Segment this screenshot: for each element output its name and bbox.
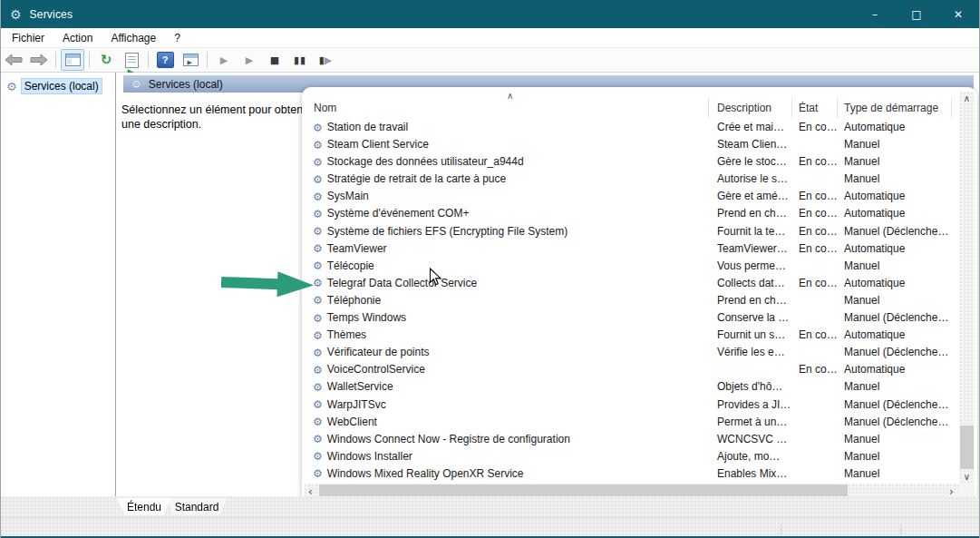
menu-help[interactable]: ? (165, 30, 189, 46)
menu-action[interactable]: Action (53, 30, 102, 46)
service-gear-icon: ⚙ (313, 209, 323, 220)
column-separator[interactable] (708, 98, 709, 118)
column-separator[interactable] (791, 98, 792, 118)
service-name: Steam Client Service (327, 136, 429, 153)
help-icon[interactable]: ? (153, 49, 177, 71)
service-state: En co… (799, 119, 840, 136)
service-state: En co… (799, 275, 840, 292)
minimize-button[interactable]: – (854, 0, 896, 28)
service-gear-icon: ⚙ (313, 140, 323, 151)
service-state: En co… (799, 188, 840, 205)
service-startup-type: Manuel (844, 136, 957, 153)
back-icon[interactable] (2, 49, 25, 71)
menu-affichage[interactable]: Affichage (102, 30, 165, 46)
tab-standard[interactable]: Standard (166, 498, 228, 515)
column-separator[interactable] (951, 98, 952, 118)
service-description: Vous perme… (717, 258, 794, 275)
service-state (799, 258, 840, 275)
service-row[interactable]: ⚙Système d'événement COM+Prend en ch…En … (302, 205, 958, 222)
service-gear-icon: ⚙ (313, 434, 323, 445)
service-row[interactable]: ⚙ThèmesFournit un s…En co…Automatique (302, 327, 958, 344)
service-row[interactable]: ⚙VoiceControlServiceEn co…Automatique (302, 361, 958, 378)
service-row[interactable]: ⚙WebClientPermet à un…Manuel (Déclenche… (302, 414, 958, 431)
services-window: ⚙ Services – □ ✕ Fichier Action Affichag… (0, 0, 980, 538)
service-gear-icon: ⚙ (313, 191, 323, 202)
tab-etendu[interactable]: Étendu (117, 498, 171, 515)
service-row[interactable]: ⚙TéléphoniePrend en ch…Manuel (302, 292, 958, 309)
service-row[interactable]: ⚙Steam Client ServiceSteam Clien…Manuel (302, 136, 958, 153)
restart-service-icon[interactable]: ▮▶ (314, 49, 337, 71)
service-startup-type: Automatique (844, 188, 957, 205)
service-row[interactable]: ⚙Système de fichiers EFS (Encrypting Fil… (302, 223, 958, 240)
stop-service-icon[interactable]: ■ (263, 49, 286, 71)
service-row[interactable]: ⚙Windows Mixed Reality OpenXR ServiceEna… (302, 465, 958, 483)
service-row[interactable]: ⚙WalletServiceObjets d'hô…Manuel (302, 378, 958, 396)
service-description: Enables Mix… (717, 465, 794, 483)
service-row[interactable]: ⚙Windows InstallerAjoute, mo…Manuel (302, 448, 958, 465)
gear-icon: ⚙ (131, 78, 141, 91)
column-separator[interactable] (837, 98, 838, 118)
service-name: Téléphonie (327, 292, 381, 309)
service-gear-icon: ⚙ (313, 365, 323, 376)
service-description: Objets d'hô… (717, 378, 794, 396)
vertical-scrollbar-thumb[interactable] (960, 426, 974, 469)
forward-icon[interactable] (27, 49, 51, 71)
service-description: Gère le stoc… (717, 153, 794, 171)
service-startup-type: Manuel (844, 431, 957, 448)
tab-standard-label: Standard (175, 501, 219, 514)
service-name: Vérificateur de points (327, 344, 430, 361)
service-row[interactable]: ⚙Vérificateur de pointsVérifie les e…Man… (302, 344, 958, 361)
service-startup-type: Manuel (844, 292, 957, 309)
service-row[interactable]: ⚙Temps WindowsConserve la …Manuel (Décle… (302, 309, 958, 327)
start-service-icon[interactable]: ▶ (212, 49, 236, 71)
service-row[interactable]: ⚙WarpJITSvcProvides a JI…Manuel (Déclenc… (302, 396, 958, 414)
column-header-description[interactable]: Description (717, 102, 793, 118)
service-row[interactable]: ⚙Stockage des données utilisateur_a944dG… (302, 153, 958, 171)
service-state: En co… (799, 240, 840, 258)
service-state: En co… (799, 327, 840, 344)
sidebar-item-services-local[interactable]: ⚙ Services (local) (6, 78, 113, 94)
scroll-down-icon[interactable]: ∨ (959, 470, 975, 484)
service-row[interactable]: ⚙TeamViewerTeamViewer…En co…Automatique (302, 240, 958, 258)
pause-service-icon[interactable]: ▮▮ (288, 49, 312, 71)
service-row[interactable]: ⚙SysMainGère et amé…En co…Automatique (302, 188, 958, 205)
description-hint: Sélectionnez un élément pour obtenir une… (121, 103, 310, 132)
service-description: Autorise le s… (717, 171, 794, 188)
sort-ascending-icon[interactable]: ∧ (507, 91, 513, 101)
scroll-up-icon[interactable]: ∧ (959, 92, 975, 105)
window-title: Services (30, 8, 73, 21)
sidebar-item-label: Services (local) (21, 78, 102, 94)
service-row[interactable]: ⚙Telegraf Data Collector ServiceCollects… (302, 275, 958, 292)
service-row[interactable]: ⚙Station de travailCrée et mai…En co…Aut… (302, 119, 958, 136)
menubar: Fichier Action Affichage ? (1, 28, 979, 47)
menu-fichier[interactable]: Fichier (3, 30, 53, 46)
refresh-icon[interactable]: ↻ (94, 49, 118, 71)
sidebar-tree: ⚙ Services (local) (1, 73, 116, 496)
service-name: WarpJITSvc (327, 396, 386, 414)
resume-service-icon[interactable]: ▶ (238, 49, 261, 71)
column-header-etat[interactable]: État (799, 102, 839, 118)
service-row[interactable]: ⚙Stratégie de retrait de la carte à puce… (302, 171, 958, 188)
status-separator (900, 524, 901, 534)
service-name: SysMain (327, 188, 369, 205)
export-list-icon[interactable]: ▶ (120, 49, 143, 71)
vertical-scrollbar[interactable]: ∧ ∨ (959, 92, 975, 484)
service-startup-type: Manuel (Déclenche… (844, 344, 957, 361)
service-description (717, 361, 794, 378)
service-description: Crée et mai… (717, 119, 794, 136)
service-gear-icon: ⚙ (313, 122, 323, 133)
show-console-tree-icon[interactable] (61, 49, 84, 71)
service-name: Stockage des données utilisateur_a944d (327, 153, 524, 171)
service-description: Conserve la … (717, 309, 794, 327)
service-startup-type: Manuel (844, 448, 957, 465)
close-button[interactable]: ✕ (937, 0, 979, 28)
column-header-nom[interactable]: Nom (314, 102, 694, 118)
maximize-button[interactable]: □ (896, 0, 937, 28)
service-row[interactable]: ⚙Windows Connect Now - Registre de confi… (302, 431, 958, 448)
service-gear-icon: ⚙ (313, 330, 323, 341)
show-standard-view-icon[interactable]: ▶ (179, 49, 202, 71)
service-state (799, 465, 840, 483)
service-row[interactable]: ⚙TélécopieVous perme…Manuel (302, 258, 958, 275)
column-header-type-demarrage[interactable]: Type de démarrage (844, 102, 946, 118)
service-state (799, 431, 840, 448)
